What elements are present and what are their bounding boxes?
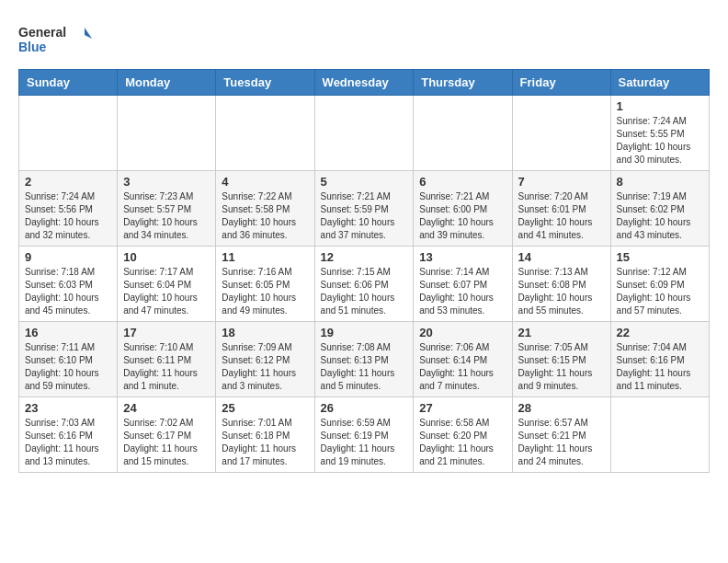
day-info: Sunrise: 7:21 AM Sunset: 6:00 PM Dayligh…: [419, 190, 506, 242]
day-number: 25: [222, 401, 308, 415]
day-info: Sunrise: 7:03 AM Sunset: 6:16 PM Dayligh…: [25, 417, 111, 468]
day-info: Sunrise: 7:21 AM Sunset: 5:59 PM Dayligh…: [321, 190, 408, 242]
calendar-cell: 6Sunrise: 7:21 AM Sunset: 6:00 PM Daylig…: [414, 171, 512, 247]
day-number: 19: [321, 326, 408, 339]
calendar-cell: 12Sunrise: 7:15 AM Sunset: 6:06 PM Dayli…: [314, 247, 414, 322]
calendar-cell: [512, 96, 610, 171]
day-number: 4: [222, 175, 308, 189]
calendar-cell: [314, 96, 414, 171]
day-info: Sunrise: 7:05 AM Sunset: 6:15 PM Dayligh…: [518, 341, 605, 393]
logo: General Blue: [18, 18, 92, 60]
calendar-table: SundayMondayTuesdayWednesdayThursdayFrid…: [18, 69, 710, 473]
day-info: Sunrise: 7:12 AM Sunset: 6:09 PM Dayligh…: [617, 266, 703, 317]
svg-text:Blue: Blue: [18, 40, 47, 54]
day-number: 12: [321, 250, 408, 264]
calendar-cell: 8Sunrise: 7:19 AM Sunset: 6:02 PM Daylig…: [610, 171, 709, 247]
svg-text:General: General: [18, 25, 66, 40]
weekday-header-friday: Friday: [512, 70, 610, 96]
calendar-cell: 15Sunrise: 7:12 AM Sunset: 6:09 PM Dayli…: [610, 247, 709, 322]
calendar-cell: 4Sunrise: 7:22 AM Sunset: 5:58 PM Daylig…: [216, 171, 314, 247]
day-number: 17: [123, 326, 210, 339]
weekday-header-monday: Monday: [118, 70, 216, 96]
day-number: 22: [617, 326, 703, 339]
calendar-cell: 21Sunrise: 7:05 AM Sunset: 6:15 PM Dayli…: [512, 322, 610, 397]
day-number: 11: [222, 250, 308, 264]
weekday-header-wednesday: Wednesday: [314, 70, 414, 96]
day-number: 7: [518, 175, 605, 189]
calendar-cell: 2Sunrise: 7:24 AM Sunset: 5:56 PM Daylig…: [19, 171, 118, 247]
day-info: Sunrise: 7:18 AM Sunset: 6:03 PM Dayligh…: [25, 266, 111, 317]
calendar-week-row: 1Sunrise: 7:24 AM Sunset: 5:55 PM Daylig…: [19, 96, 710, 171]
day-info: Sunrise: 7:23 AM Sunset: 5:57 PM Dayligh…: [123, 190, 210, 242]
day-info: Sunrise: 6:57 AM Sunset: 6:21 PM Dayligh…: [518, 417, 605, 468]
calendar-cell: [118, 96, 216, 171]
day-info: Sunrise: 7:02 AM Sunset: 6:17 PM Dayligh…: [123, 417, 210, 468]
weekday-header-tuesday: Tuesday: [216, 70, 314, 96]
day-info: Sunrise: 6:59 AM Sunset: 6:19 PM Dayligh…: [321, 417, 408, 468]
day-info: Sunrise: 7:22 AM Sunset: 5:58 PM Dayligh…: [222, 190, 308, 242]
day-info: Sunrise: 7:14 AM Sunset: 6:07 PM Dayligh…: [419, 266, 506, 317]
calendar-cell: 20Sunrise: 7:06 AM Sunset: 6:14 PM Dayli…: [414, 322, 512, 397]
calendar-cell: 22Sunrise: 7:04 AM Sunset: 6:16 PM Dayli…: [610, 322, 709, 397]
calendar-cell: 1Sunrise: 7:24 AM Sunset: 5:55 PM Daylig…: [610, 96, 709, 171]
calendar-cell: [216, 96, 314, 171]
day-info: Sunrise: 7:11 AM Sunset: 6:10 PM Dayligh…: [25, 341, 111, 393]
day-number: 21: [518, 326, 605, 339]
day-number: 6: [419, 175, 506, 189]
day-number: 10: [123, 250, 210, 264]
day-number: 26: [321, 401, 408, 415]
calendar-cell: 3Sunrise: 7:23 AM Sunset: 5:57 PM Daylig…: [118, 171, 216, 247]
day-number: 3: [123, 175, 210, 189]
day-info: Sunrise: 7:08 AM Sunset: 6:13 PM Dayligh…: [321, 341, 408, 393]
calendar-cell: 23Sunrise: 7:03 AM Sunset: 6:16 PM Dayli…: [19, 397, 118, 473]
day-info: Sunrise: 7:16 AM Sunset: 6:05 PM Dayligh…: [222, 266, 308, 317]
calendar-cell: 11Sunrise: 7:16 AM Sunset: 6:05 PM Dayli…: [216, 247, 314, 322]
weekday-header-saturday: Saturday: [610, 70, 709, 96]
day-info: Sunrise: 7:01 AM Sunset: 6:18 PM Dayligh…: [222, 417, 308, 468]
calendar-cell: 14Sunrise: 7:13 AM Sunset: 6:08 PM Dayli…: [512, 247, 610, 322]
calendar-cell: [19, 96, 118, 171]
calendar-cell: 26Sunrise: 6:59 AM Sunset: 6:19 PM Dayli…: [314, 397, 414, 473]
calendar-cell: 13Sunrise: 7:14 AM Sunset: 6:07 PM Dayli…: [414, 247, 512, 322]
day-number: 15: [617, 250, 703, 264]
day-number: 16: [25, 326, 111, 339]
day-number: 8: [617, 175, 703, 189]
day-number: 18: [222, 326, 308, 339]
day-info: Sunrise: 7:19 AM Sunset: 6:02 PM Dayligh…: [617, 190, 703, 242]
calendar-week-row: 2Sunrise: 7:24 AM Sunset: 5:56 PM Daylig…: [19, 171, 710, 247]
weekday-header-thursday: Thursday: [414, 70, 512, 96]
calendar-cell: 27Sunrise: 6:58 AM Sunset: 6:20 PM Dayli…: [414, 397, 512, 473]
calendar-cell: 28Sunrise: 6:57 AM Sunset: 6:21 PM Dayli…: [512, 397, 610, 473]
day-number: 14: [518, 250, 605, 264]
logo-svg: General Blue: [18, 18, 92, 60]
calendar-cell: 7Sunrise: 7:20 AM Sunset: 6:01 PM Daylig…: [512, 171, 610, 247]
day-info: Sunrise: 7:06 AM Sunset: 6:14 PM Dayligh…: [419, 341, 506, 393]
day-info: Sunrise: 7:24 AM Sunset: 5:55 PM Dayligh…: [617, 115, 703, 167]
day-info: Sunrise: 7:20 AM Sunset: 6:01 PM Dayligh…: [518, 190, 605, 242]
day-number: 2: [25, 175, 111, 189]
calendar-cell: [414, 96, 512, 171]
calendar-cell: 18Sunrise: 7:09 AM Sunset: 6:12 PM Dayli…: [216, 322, 314, 397]
day-number: 20: [419, 326, 506, 339]
calendar-cell: 5Sunrise: 7:21 AM Sunset: 5:59 PM Daylig…: [314, 171, 414, 247]
calendar-cell: 19Sunrise: 7:08 AM Sunset: 6:13 PM Dayli…: [314, 322, 414, 397]
calendar-week-row: 16Sunrise: 7:11 AM Sunset: 6:10 PM Dayli…: [19, 322, 710, 397]
day-info: Sunrise: 7:24 AM Sunset: 5:56 PM Dayligh…: [25, 190, 111, 242]
day-number: 1: [617, 99, 703, 113]
weekday-header-sunday: Sunday: [19, 70, 118, 96]
day-number: 27: [419, 401, 506, 415]
day-info: Sunrise: 6:58 AM Sunset: 6:20 PM Dayligh…: [419, 417, 506, 468]
day-info: Sunrise: 7:13 AM Sunset: 6:08 PM Dayligh…: [518, 266, 605, 317]
calendar-header-row: SundayMondayTuesdayWednesdayThursdayFrid…: [19, 70, 710, 96]
day-info: Sunrise: 7:15 AM Sunset: 6:06 PM Dayligh…: [321, 266, 408, 317]
day-number: 5: [321, 175, 408, 189]
calendar-cell: 16Sunrise: 7:11 AM Sunset: 6:10 PM Dayli…: [19, 322, 118, 397]
calendar-cell: 25Sunrise: 7:01 AM Sunset: 6:18 PM Dayli…: [216, 397, 314, 473]
day-info: Sunrise: 7:04 AM Sunset: 6:16 PM Dayligh…: [617, 341, 703, 393]
page-header: General Blue: [18, 18, 710, 60]
day-number: 13: [419, 250, 506, 264]
day-info: Sunrise: 7:17 AM Sunset: 6:04 PM Dayligh…: [123, 266, 210, 317]
calendar-week-row: 9Sunrise: 7:18 AM Sunset: 6:03 PM Daylig…: [19, 247, 710, 322]
calendar-cell: 24Sunrise: 7:02 AM Sunset: 6:17 PM Dayli…: [118, 397, 216, 473]
day-number: 24: [123, 401, 210, 415]
